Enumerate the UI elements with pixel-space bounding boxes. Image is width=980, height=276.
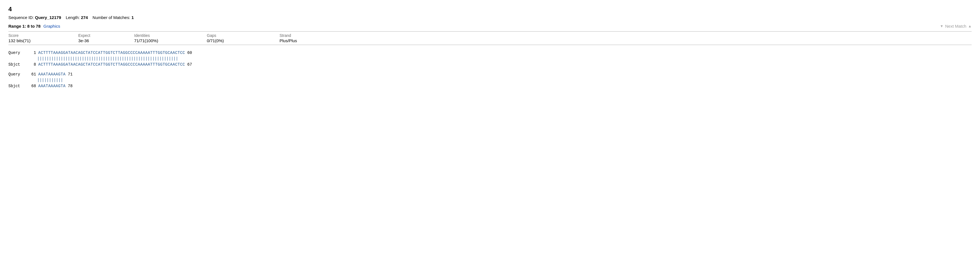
sequence-id-value: Query_12179 — [35, 15, 61, 20]
query-end-2: 71 — [68, 71, 73, 78]
sbjct-end-2: 78 — [68, 83, 73, 89]
query-seq-1: ACTTTTAAAGGATAACAGCTATCCATTGGTCTTAGGCCCC… — [38, 50, 185, 56]
query-end-1: 60 — [187, 50, 192, 56]
pipes-1: ||||||||||||||||||||||||||||||||||||||||… — [8, 56, 178, 62]
expect-value: 3e-36 — [78, 38, 134, 43]
gaps-value: 0/71(0%) — [207, 38, 280, 43]
matches-label: Number of Matches: — [92, 15, 130, 20]
length-label: Length: — [66, 15, 80, 20]
range-left: Range 1: 8 to 78 Graphics — [8, 24, 60, 29]
score-col: Score 132 bits(71) — [8, 33, 78, 43]
result-container: 4 Sequence ID: Query_12179 Length: 274 N… — [8, 6, 972, 89]
query-row-2: Query 61 AAATAAAAGTA 71 — [8, 71, 972, 78]
sbjct-seq-2: AAATAAAAGTA — [38, 83, 66, 89]
identities-header: Identities — [134, 33, 207, 38]
query-start-2: 61 — [25, 71, 36, 78]
sbjct-row-2: Sbjct 68 AAATAAAAGTA 78 — [8, 83, 972, 89]
pipes-2: ||||||||||| — [8, 78, 63, 83]
sbjct-seq-1: ACTTTTAAAGGATAACAGCTATCCATTGGTCTTAGGCCCC… — [38, 62, 185, 68]
alignment-group-1: Query 1 ACTTTTAAAGGATAACAGCTATCCATTGGTCT… — [8, 50, 972, 68]
pipes-row-1: ||||||||||||||||||||||||||||||||||||||||… — [8, 56, 972, 62]
alignment-block: Query 1 ACTTTTAAAGGATAACAGCTATCCATTGGTCT… — [8, 50, 972, 89]
query-start-1: 1 — [25, 50, 36, 56]
score-table: Score 132 bits(71) Expect 3e-36 Identiti… — [8, 31, 972, 45]
next-match-container: ▼ Next Match ▲ — [940, 24, 972, 29]
score-header: Score — [8, 33, 78, 38]
expect-col: Expect 3e-36 — [78, 33, 134, 43]
query-row-1: Query 1 ACTTTTAAAGGATAACAGCTATCCATTGGTCT… — [8, 50, 972, 56]
next-match-arrow-up-icon: ▲ — [968, 24, 972, 28]
sbjct-start-2: 68 — [25, 83, 36, 89]
pipes-row-2: ||||||||||| — [8, 78, 972, 83]
next-match-label[interactable]: Next Match — [945, 24, 966, 29]
gaps-col: Gaps 0/71(0%) — [207, 33, 280, 43]
sbjct-label-2: Sbjct — [8, 83, 25, 89]
query-label-1: Query — [8, 50, 25, 56]
expect-header: Expect — [78, 33, 134, 38]
result-number: 4 — [8, 6, 972, 13]
sbjct-start-1: 8 — [25, 62, 36, 68]
next-match-arrow-down-icon: ▼ — [940, 24, 943, 28]
length-value: 274 — [81, 15, 88, 20]
sequence-id-label: Sequence ID: — [8, 15, 34, 20]
score-value: 132 bits(71) — [8, 38, 78, 43]
identities-col: Identities 71/71(100%) — [134, 33, 207, 43]
query-label-2: Query — [8, 71, 25, 78]
range-label: Range 1: 8 to 78 — [8, 24, 41, 29]
strand-header: Strand — [280, 33, 972, 38]
sequence-info: Sequence ID: Query_12179 Length: 274 Num… — [8, 15, 972, 20]
range-line: Range 1: 8 to 78 Graphics ▼ Next Match ▲ — [8, 24, 972, 29]
sbjct-row-1: Sbjct 8 ACTTTTAAAGGATAACAGCTATCCATTGGTCT… — [8, 62, 972, 68]
strand-value: Plus/Plus — [280, 38, 972, 43]
identities-value: 71/71(100%) — [134, 38, 207, 43]
score-table-headers: Score 132 bits(71) Expect 3e-36 Identiti… — [8, 33, 972, 43]
graphics-link[interactable]: Graphics — [43, 24, 60, 29]
query-seq-2: AAATAAAAGTA — [38, 71, 66, 78]
sbjct-label-1: Sbjct — [8, 62, 25, 68]
sbjct-end-1: 67 — [187, 62, 192, 68]
strand-col: Strand Plus/Plus — [280, 33, 972, 43]
gaps-header: Gaps — [207, 33, 280, 38]
alignment-group-2: Query 61 AAATAAAAGTA 71 ||||||||||| Sbjc… — [8, 71, 972, 89]
matches-value: 1 — [131, 15, 134, 20]
